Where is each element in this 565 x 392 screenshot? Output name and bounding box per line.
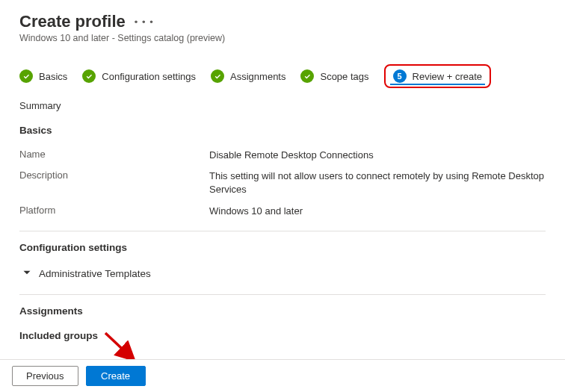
page-subtitle: Windows 10 and later - Settings catalog … (19, 33, 546, 43)
previous-button[interactable]: Previous (12, 366, 78, 386)
name-val: Disable Remote Desktop Connections (209, 149, 546, 162)
footer-actions: Previous Create (0, 359, 565, 392)
step-number-icon: 5 (393, 69, 407, 83)
summary-label: Summary (19, 100, 546, 111)
step-label: Basics (39, 71, 67, 82)
desc-val: This setting will not allow users to con… (209, 169, 546, 196)
step-config[interactable]: Configuration settings (82, 69, 196, 83)
name-key: Name (19, 149, 209, 162)
step-assignments[interactable]: Assignments (211, 69, 285, 83)
step-basics[interactable]: Basics (19, 69, 67, 83)
step-review[interactable]: 5 Review + create (384, 64, 492, 88)
expander-label: Administrative Templates (39, 268, 151, 279)
expander-admin-templates[interactable]: Administrative Templates (19, 262, 546, 285)
check-icon (211, 69, 224, 83)
divider (19, 231, 546, 231)
step-label: Review + create (413, 71, 483, 82)
check-icon (82, 69, 96, 83)
assignments-title: Assignments (19, 305, 546, 317)
wizard-steps: Basics Configuration settings Assignment… (0, 48, 565, 97)
step-label: Scope tags (320, 71, 368, 82)
check-icon (19, 69, 33, 83)
divider (19, 294, 546, 295)
step-label: Configuration settings (102, 71, 196, 82)
more-icon[interactable]: • • • (135, 16, 154, 28)
step-scope[interactable]: Scope tags (300, 69, 368, 83)
page-title: Create profile (19, 12, 126, 31)
basics-title: Basics (19, 125, 546, 136)
platform-val: Windows 10 and later (209, 205, 546, 218)
included-groups-title: Included groups (19, 330, 546, 341)
content: Summary Basics Name Disable Remote Deskt… (0, 100, 565, 341)
check-icon (300, 69, 314, 83)
page-header: Create profile • • • Windows 10 and late… (0, 0, 565, 48)
chevron-down-icon (22, 268, 31, 279)
step-label: Assignments (230, 71, 285, 82)
desc-key: Description (19, 169, 209, 196)
create-button[interactable]: Create (86, 366, 146, 386)
row-name: Name Disable Remote Desktop Connections (19, 145, 546, 166)
platform-key: Platform (19, 205, 209, 218)
config-title: Configuration settings (19, 242, 546, 253)
row-description: Description This setting will not allow … (19, 166, 546, 200)
row-platform: Platform Windows 10 and later (19, 201, 546, 222)
